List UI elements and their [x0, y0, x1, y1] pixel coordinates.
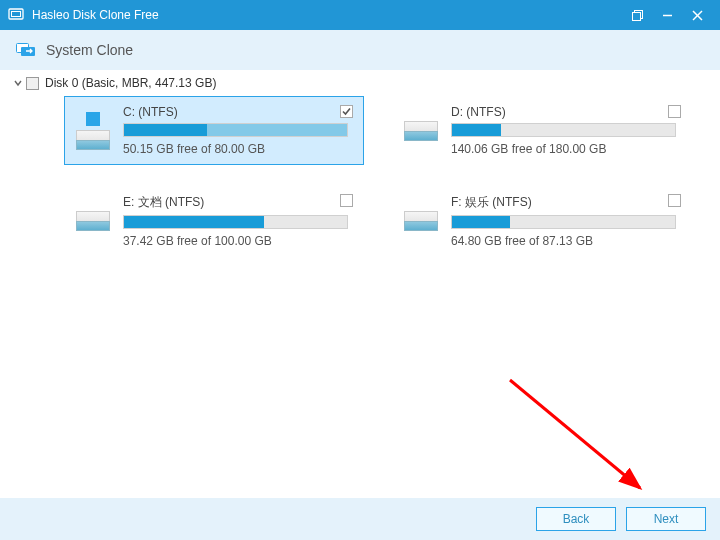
partition-free-text: 64.80 GB free of 87.13 GB	[451, 234, 683, 248]
expand-caret-icon[interactable]	[12, 76, 24, 90]
partition-label: F: 娱乐 (NTFS)	[451, 194, 683, 211]
drive-icon	[404, 211, 438, 231]
app-title: Hasleo Disk Clone Free	[32, 8, 159, 22]
partition-free-text: 37.42 GB free of 100.00 GB	[123, 234, 355, 248]
partition-checkbox[interactable]	[340, 194, 353, 207]
partition-card[interactable]: C: (NTFS)50.15 GB free of 80.00 GB	[64, 96, 364, 165]
app-icon	[8, 7, 24, 23]
partition-label: C: (NTFS)	[123, 105, 355, 119]
partition-card[interactable]: E: 文档 (NTFS)37.42 GB free of 100.00 GB	[64, 185, 364, 257]
footer-bar: Back Next	[0, 498, 720, 540]
close-button[interactable]	[682, 0, 712, 30]
partition-free-text: 140.06 GB free of 180.00 GB	[451, 142, 683, 156]
partition-label: E: 文档 (NTFS)	[123, 194, 355, 211]
partition-icon-wrap	[73, 194, 113, 248]
drive-icon	[404, 121, 438, 141]
next-button[interactable]: Next	[626, 507, 706, 531]
partition-checkbox[interactable]	[668, 105, 681, 118]
partition-label: D: (NTFS)	[451, 105, 683, 119]
disk-checkbox[interactable]	[26, 77, 39, 90]
restore-window-button[interactable]	[622, 0, 652, 30]
partition-icon-wrap	[401, 194, 441, 248]
partition-free-text: 50.15 GB free of 80.00 GB	[123, 142, 355, 156]
partition-checkbox[interactable]	[340, 105, 353, 118]
system-clone-icon	[16, 43, 36, 57]
svg-rect-1	[12, 12, 21, 17]
content-area: Disk 0 (Basic, MBR, 447.13 GB) C: (NTFS)…	[0, 70, 720, 498]
drive-icon	[76, 130, 110, 150]
usage-bar	[123, 215, 348, 229]
drive-icon	[76, 211, 110, 231]
partition-icon-wrap	[73, 105, 113, 156]
partition-checkbox[interactable]	[668, 194, 681, 207]
usage-bar	[123, 123, 348, 137]
partition-grid: C: (NTFS)50.15 GB free of 80.00 GBD: (NT…	[64, 96, 708, 257]
partition-info: C: (NTFS)50.15 GB free of 80.00 GB	[123, 105, 355, 156]
back-button[interactable]: Back	[536, 507, 616, 531]
partition-card[interactable]: F: 娱乐 (NTFS)64.80 GB free of 87.13 GB	[392, 185, 692, 257]
svg-rect-3	[632, 12, 640, 20]
disk-row[interactable]: Disk 0 (Basic, MBR, 447.13 GB)	[12, 76, 708, 90]
usage-bar	[451, 123, 676, 137]
titlebar: Hasleo Disk Clone Free	[0, 0, 720, 30]
usage-bar	[451, 215, 676, 229]
windows-flag-icon	[86, 112, 100, 126]
partition-info: E: 文档 (NTFS)37.42 GB free of 100.00 GB	[123, 194, 355, 248]
partition-icon-wrap	[401, 105, 441, 156]
disk-label: Disk 0 (Basic, MBR, 447.13 GB)	[45, 76, 216, 90]
minimize-button[interactable]	[652, 0, 682, 30]
partition-info: F: 娱乐 (NTFS)64.80 GB free of 87.13 GB	[451, 194, 683, 248]
mode-title: System Clone	[46, 42, 133, 58]
partition-info: D: (NTFS)140.06 GB free of 180.00 GB	[451, 105, 683, 156]
partition-card[interactable]: D: (NTFS)140.06 GB free of 180.00 GB	[392, 96, 692, 165]
mode-header: System Clone	[0, 30, 720, 70]
